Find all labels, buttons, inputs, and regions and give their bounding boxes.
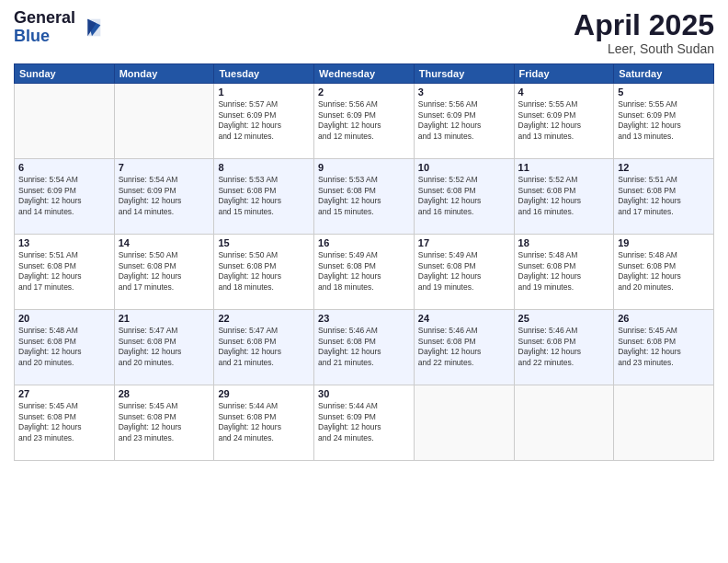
calendar-week-row: 27Sunrise: 5:45 AM Sunset: 6:08 PM Dayli…: [15, 385, 714, 461]
logo-icon: [79, 15, 105, 40]
day-info: Sunrise: 5:49 AM Sunset: 6:08 PM Dayligh…: [318, 250, 410, 293]
table-cell: 10Sunrise: 5:52 AM Sunset: 6:08 PM Dayli…: [414, 159, 514, 235]
day-info: Sunrise: 5:56 AM Sunset: 6:09 PM Dayligh…: [418, 99, 510, 142]
col-thursday: Thursday: [414, 64, 514, 84]
col-monday: Monday: [114, 64, 214, 84]
table-cell: 11Sunrise: 5:52 AM Sunset: 6:08 PM Dayli…: [514, 159, 614, 235]
day-info: Sunrise: 5:57 AM Sunset: 6:09 PM Dayligh…: [218, 99, 310, 142]
day-info: Sunrise: 5:55 AM Sunset: 6:09 PM Dayligh…: [518, 99, 610, 142]
col-tuesday: Tuesday: [214, 64, 314, 84]
table-cell: 9Sunrise: 5:53 AM Sunset: 6:08 PM Daylig…: [314, 159, 415, 235]
calendar-week-row: 13Sunrise: 5:51 AM Sunset: 6:08 PM Dayli…: [15, 235, 714, 310]
day-number: 18: [518, 237, 610, 248]
calendar-week-row: 20Sunrise: 5:48 AM Sunset: 6:08 PM Dayli…: [15, 310, 714, 385]
day-info: Sunrise: 5:46 AM Sunset: 6:08 PM Dayligh…: [518, 326, 610, 368]
day-number: 30: [318, 388, 410, 399]
day-info: Sunrise: 5:47 AM Sunset: 6:08 PM Dayligh…: [119, 326, 210, 368]
day-number: 17: [418, 237, 510, 248]
calendar-week-row: 1Sunrise: 5:57 AM Sunset: 6:09 PM Daylig…: [15, 84, 714, 159]
table-cell: 25Sunrise: 5:46 AM Sunset: 6:08 PM Dayli…: [514, 310, 614, 385]
calendar-week-row: 6Sunrise: 5:54 AM Sunset: 6:09 PM Daylig…: [15, 159, 714, 235]
table-cell: 4Sunrise: 5:55 AM Sunset: 6:09 PM Daylig…: [514, 84, 614, 159]
day-number: 22: [218, 313, 310, 324]
table-cell: 6Sunrise: 5:54 AM Sunset: 6:09 PM Daylig…: [15, 159, 115, 235]
calendar-body: 1Sunrise: 5:57 AM Sunset: 6:09 PM Daylig…: [15, 84, 714, 461]
day-number: 2: [318, 86, 410, 98]
logo-text: General Blue: [14, 9, 75, 46]
table-cell: 24Sunrise: 5:46 AM Sunset: 6:08 PM Dayli…: [414, 310, 514, 385]
table-cell: [15, 84, 115, 159]
day-info: Sunrise: 5:48 AM Sunset: 6:08 PM Dayligh…: [518, 250, 610, 293]
day-info: Sunrise: 5:52 AM Sunset: 6:08 PM Dayligh…: [518, 175, 610, 217]
day-number: 19: [618, 237, 710, 248]
table-cell: 17Sunrise: 5:49 AM Sunset: 6:08 PM Dayli…: [414, 235, 514, 310]
col-friday: Friday: [514, 64, 614, 84]
title-section: April 2025 Leer, South Sudan: [574, 9, 714, 56]
day-number: 7: [119, 162, 210, 173]
day-info: Sunrise: 5:45 AM Sunset: 6:08 PM Dayligh…: [618, 326, 710, 368]
table-cell: 30Sunrise: 5:44 AM Sunset: 6:09 PM Dayli…: [314, 385, 415, 461]
day-info: Sunrise: 5:52 AM Sunset: 6:08 PM Dayligh…: [418, 175, 510, 217]
table-cell: 28Sunrise: 5:45 AM Sunset: 6:08 PM Dayli…: [114, 385, 214, 461]
table-cell: 23Sunrise: 5:46 AM Sunset: 6:08 PM Dayli…: [314, 310, 415, 385]
day-number: 9: [318, 162, 410, 173]
day-info: Sunrise: 5:48 AM Sunset: 6:08 PM Dayligh…: [618, 250, 710, 293]
day-number: 10: [418, 162, 510, 173]
day-info: Sunrise: 5:51 AM Sunset: 6:08 PM Dayligh…: [18, 250, 110, 293]
table-cell: [114, 84, 214, 159]
day-number: 14: [119, 237, 210, 248]
table-cell: 14Sunrise: 5:50 AM Sunset: 6:08 PM Dayli…: [114, 235, 214, 310]
col-saturday: Saturday: [614, 64, 714, 84]
day-number: 27: [18, 388, 110, 399]
day-number: 5: [618, 86, 710, 98]
day-number: 25: [518, 313, 610, 324]
day-number: 12: [618, 162, 710, 173]
table-cell: 2Sunrise: 5:56 AM Sunset: 6:09 PM Daylig…: [314, 84, 415, 159]
day-info: Sunrise: 5:46 AM Sunset: 6:08 PM Dayligh…: [318, 326, 410, 368]
logo-general: General: [14, 9, 75, 28]
day-info: Sunrise: 5:56 AM Sunset: 6:09 PM Dayligh…: [318, 99, 410, 142]
day-number: 13: [18, 237, 110, 248]
day-info: Sunrise: 5:45 AM Sunset: 6:08 PM Dayligh…: [119, 401, 210, 443]
table-cell: 5Sunrise: 5:55 AM Sunset: 6:09 PM Daylig…: [614, 84, 714, 159]
day-number: 15: [218, 237, 310, 248]
logo: General Blue: [14, 9, 105, 46]
table-cell: 16Sunrise: 5:49 AM Sunset: 6:08 PM Dayli…: [314, 235, 415, 310]
day-info: Sunrise: 5:54 AM Sunset: 6:09 PM Dayligh…: [18, 175, 110, 217]
table-cell: 29Sunrise: 5:44 AM Sunset: 6:08 PM Dayli…: [214, 385, 314, 461]
calendar: Sunday Monday Tuesday Wednesday Thursday…: [14, 63, 714, 461]
day-number: 24: [418, 313, 510, 324]
table-cell: 13Sunrise: 5:51 AM Sunset: 6:08 PM Dayli…: [15, 235, 115, 310]
day-info: Sunrise: 5:53 AM Sunset: 6:08 PM Dayligh…: [318, 175, 410, 217]
table-cell: 22Sunrise: 5:47 AM Sunset: 6:08 PM Dayli…: [214, 310, 314, 385]
day-number: 20: [18, 313, 110, 324]
day-info: Sunrise: 5:49 AM Sunset: 6:08 PM Dayligh…: [418, 250, 510, 293]
col-wednesday: Wednesday: [314, 64, 415, 84]
table-cell: [414, 385, 514, 461]
table-cell: 18Sunrise: 5:48 AM Sunset: 6:08 PM Dayli…: [514, 235, 614, 310]
calendar-header-row: Sunday Monday Tuesday Wednesday Thursday…: [15, 64, 714, 84]
table-cell: [614, 385, 714, 461]
table-cell: 15Sunrise: 5:50 AM Sunset: 6:08 PM Dayli…: [214, 235, 314, 310]
day-info: Sunrise: 5:50 AM Sunset: 6:08 PM Dayligh…: [119, 250, 210, 293]
day-info: Sunrise: 5:50 AM Sunset: 6:08 PM Dayligh…: [218, 250, 310, 293]
day-info: Sunrise: 5:45 AM Sunset: 6:08 PM Dayligh…: [18, 401, 110, 443]
day-number: 28: [119, 388, 210, 399]
day-info: Sunrise: 5:44 AM Sunset: 6:08 PM Dayligh…: [218, 401, 310, 443]
day-number: 29: [218, 388, 310, 399]
col-sunday: Sunday: [15, 64, 115, 84]
table-cell: 19Sunrise: 5:48 AM Sunset: 6:08 PM Dayli…: [614, 235, 714, 310]
day-info: Sunrise: 5:47 AM Sunset: 6:08 PM Dayligh…: [218, 326, 310, 368]
table-cell: 1Sunrise: 5:57 AM Sunset: 6:09 PM Daylig…: [214, 84, 314, 159]
day-info: Sunrise: 5:44 AM Sunset: 6:09 PM Dayligh…: [318, 401, 410, 443]
header: General Blue April 2025 Leer, South Suda…: [14, 9, 714, 56]
day-number: 6: [18, 162, 110, 173]
logo-blue: Blue: [14, 28, 75, 46]
table-cell: 12Sunrise: 5:51 AM Sunset: 6:08 PM Dayli…: [614, 159, 714, 235]
table-cell: 8Sunrise: 5:53 AM Sunset: 6:08 PM Daylig…: [214, 159, 314, 235]
month-title: April 2025: [574, 9, 714, 41]
day-number: 1: [218, 86, 310, 98]
table-cell: [514, 385, 614, 461]
page: General Blue April 2025 Leer, South Suda…: [0, 0, 728, 563]
table-cell: 7Sunrise: 5:54 AM Sunset: 6:09 PM Daylig…: [114, 159, 214, 235]
